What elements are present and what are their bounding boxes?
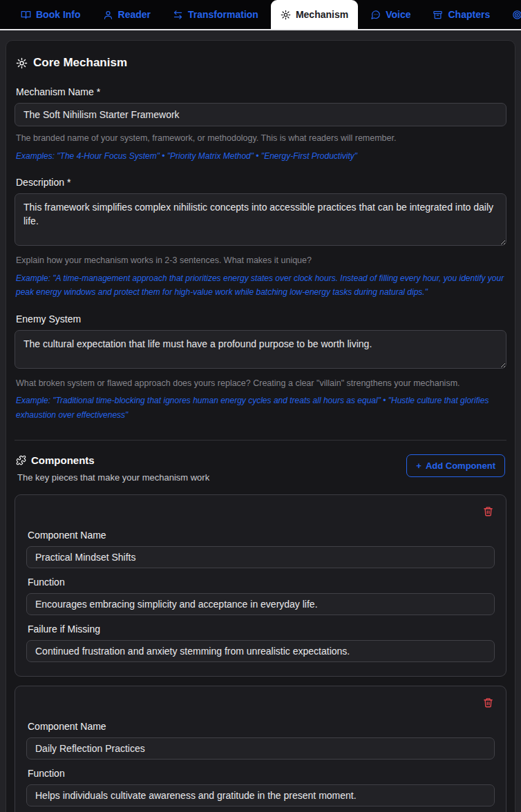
section-divider <box>15 440 506 441</box>
tab-book-info[interactable]: Book Info <box>11 0 91 29</box>
component-function-label: Function <box>28 768 495 779</box>
speech-bubble-icon <box>370 10 381 20</box>
component-failure-input[interactable] <box>26 640 495 662</box>
trash-icon <box>483 697 493 708</box>
tab-output[interactable]: Output <box>502 0 521 29</box>
component-name-label: Component Name <box>28 721 495 732</box>
tab-chapters[interactable]: Chapters <box>423 0 500 29</box>
component-failure-label: Failure if Missing <box>28 624 495 635</box>
tab-transformation[interactable]: Transformation <box>163 0 268 29</box>
target-icon <box>512 10 521 20</box>
description-example: Example: "A time-management approach tha… <box>16 271 506 300</box>
tab-label: Reader <box>118 9 151 20</box>
arrows-swap-icon <box>173 10 183 20</box>
add-component-label: Add Component <box>426 461 495 471</box>
component-name-input[interactable] <box>26 737 495 760</box>
gear-icon <box>16 57 28 69</box>
add-component-button[interactable]: + Add Component <box>406 454 505 477</box>
enemy-system-field-group: Enemy System The cultural expectation th… <box>15 313 506 423</box>
page-title: Core Mechanism <box>16 56 506 70</box>
component-function-input[interactable] <box>26 593 495 615</box>
component-function-input[interactable] <box>26 784 495 806</box>
enemy-system-help: What broken system or flawed approach do… <box>16 377 506 390</box>
tab-label: Voice <box>386 9 410 20</box>
tab-label: Chapters <box>448 9 490 20</box>
tab-label: Mechanism <box>296 9 348 20</box>
tab-reader[interactable]: Reader <box>93 0 160 29</box>
tab-bar: Book Info Reader Transformation Mechanis… <box>0 0 521 30</box>
enemy-system-textarea[interactable]: The cultural expectation that life must … <box>15 330 506 369</box>
tab-label: Transformation <box>188 9 258 20</box>
component-function-label: Function <box>28 577 495 588</box>
page-title-text: Core Mechanism <box>33 56 127 70</box>
mechanism-name-label: Mechanism Name * <box>16 86 506 97</box>
puzzle-icon <box>16 455 26 465</box>
tab-voice[interactable]: Voice <box>361 0 420 29</box>
mechanism-name-input[interactable] <box>15 103 506 126</box>
components-title: Components <box>16 454 211 466</box>
book-open-icon <box>21 10 31 20</box>
delete-component-button[interactable] <box>482 696 495 711</box>
tab-mechanism[interactable]: Mechanism <box>271 0 358 29</box>
enemy-system-example: Example: "Traditional time-blocking that… <box>16 394 506 422</box>
mechanism-name-field-group: Mechanism Name * The branded name of you… <box>15 86 506 163</box>
description-help: Explain how your mechanism works in 2-3 … <box>16 254 506 267</box>
core-mechanism-panel: Core Mechanism Mechanism Name * The bran… <box>6 40 515 812</box>
mechanism-name-help: The branded name of your system, framewo… <box>16 132 506 145</box>
trash-icon <box>483 506 493 516</box>
component-name-label: Component Name <box>28 530 495 541</box>
user-icon <box>103 10 113 20</box>
component-name-input[interactable] <box>26 546 495 568</box>
components-subtitle: The key pieces that make your mechanism … <box>17 472 209 483</box>
description-label: Description * <box>16 177 506 188</box>
component-card: Component Name Function Failure if Missi… <box>15 494 506 677</box>
description-field-group: Description * This framework simplifies … <box>15 177 506 300</box>
enemy-system-label: Enemy System <box>16 313 506 325</box>
mechanism-name-examples: Examples: "The 4-Hour Focus System" • "P… <box>16 149 506 163</box>
delete-component-button[interactable] <box>482 505 495 520</box>
tab-label: Book Info <box>36 9 81 20</box>
archive-box-icon <box>433 10 443 20</box>
component-card: Component Name Function Failure if Missi… <box>15 686 506 812</box>
plus-icon: + <box>416 461 421 471</box>
components-title-text: Components <box>31 454 95 466</box>
gear-icon <box>281 10 291 20</box>
description-textarea[interactable]: This framework simplifies complex nihili… <box>15 193 506 246</box>
components-header: Components The key pieces that make your… <box>16 454 505 485</box>
